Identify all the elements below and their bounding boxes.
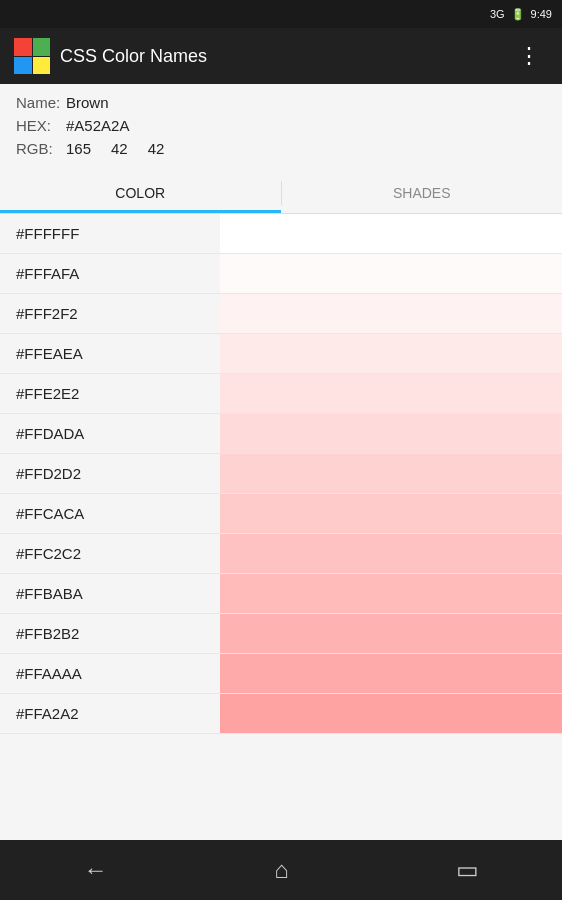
name-label: Name:: [16, 94, 66, 111]
rgb-b: 42: [148, 140, 165, 157]
rgb-values: 165 42 42: [66, 140, 164, 157]
rgb-r: 165: [66, 140, 91, 157]
color-swatch: [220, 254, 562, 293]
battery-icon: 🔋: [511, 8, 525, 21]
color-list: #FFFFFF#FFFAFA#FFF2F2#FFEAEA#FFE2E2#FFDA…: [0, 214, 562, 840]
name-value: Brown: [66, 94, 109, 111]
hex-label: HEX:: [16, 117, 66, 134]
color-swatch: [220, 614, 562, 653]
clock: 9:49: [531, 8, 552, 20]
color-hex-label: #FFF2F2: [0, 294, 220, 333]
color-swatch: [220, 214, 562, 253]
color-row[interactable]: #FFD2D2: [0, 454, 562, 494]
color-row[interactable]: #FFC2C2: [0, 534, 562, 574]
color-swatch: [220, 534, 562, 573]
tab-color[interactable]: COLOR: [0, 173, 281, 213]
overflow-menu-icon[interactable]: ⋮: [510, 35, 548, 77]
rgb-g: 42: [111, 140, 128, 157]
status-bar: 3G 🔋 9:49: [0, 0, 562, 28]
color-row[interactable]: #FFB2B2: [0, 614, 562, 654]
color-hex-label: #FFFAFA: [0, 254, 220, 293]
color-swatch: [220, 334, 562, 373]
color-swatch: [220, 574, 562, 613]
color-swatch: [220, 414, 562, 453]
recents-button[interactable]: ▭: [436, 846, 499, 894]
color-row[interactable]: #FFDADA: [0, 414, 562, 454]
color-row[interactable]: #FFCACA: [0, 494, 562, 534]
color-row[interactable]: #FFEAEA: [0, 334, 562, 374]
color-hex-label: #FFB2B2: [0, 614, 220, 653]
tab-shades-label: SHADES: [393, 185, 451, 201]
app-bar: CSS Color Names ⋮: [0, 28, 562, 84]
app-logo: [14, 38, 50, 74]
tab-shades[interactable]: SHADES: [282, 173, 563, 213]
rgb-label: RGB:: [16, 140, 66, 157]
color-row[interactable]: #FFAAAA: [0, 654, 562, 694]
color-row[interactable]: #FFBABA: [0, 574, 562, 614]
color-row[interactable]: #FFFAFA: [0, 254, 562, 294]
rgb-row: RGB: 165 42 42: [16, 140, 546, 157]
hex-row: HEX: #A52A2A: [16, 117, 546, 134]
signal-indicator: 3G: [490, 8, 505, 20]
back-button[interactable]: ←: [63, 846, 127, 894]
color-swatch: [220, 374, 562, 413]
color-hex-label: #FFEAEA: [0, 334, 220, 373]
tab-bar: COLOR SHADES: [0, 173, 562, 214]
nav-bar: ← ⌂ ▭: [0, 840, 562, 900]
color-swatch: [220, 454, 562, 493]
color-hex-label: #FFDADA: [0, 414, 220, 453]
color-row[interactable]: #FFF2F2: [0, 294, 562, 334]
home-button[interactable]: ⌂: [254, 846, 309, 894]
color-swatch: [220, 654, 562, 693]
color-row[interactable]: #FFA2A2: [0, 694, 562, 734]
hex-value: #A52A2A: [66, 117, 129, 134]
color-info-section: Name: Brown HEX: #A52A2A RGB: 165 42 42: [0, 84, 562, 173]
color-row[interactable]: #FFE2E2: [0, 374, 562, 414]
color-hex-label: #FFCACA: [0, 494, 220, 533]
color-hex-label: #FFD2D2: [0, 454, 220, 493]
color-swatch: [220, 294, 562, 333]
color-swatch: [220, 694, 562, 733]
color-hex-label: #FFA2A2: [0, 694, 220, 733]
color-hex-label: #FFBABA: [0, 574, 220, 613]
tab-color-label: COLOR: [115, 185, 165, 201]
color-swatch: [220, 494, 562, 533]
color-hex-label: #FFFFFF: [0, 214, 220, 253]
color-hex-label: #FFE2E2: [0, 374, 220, 413]
app-title: CSS Color Names: [60, 46, 510, 67]
color-hex-label: #FFAAAA: [0, 654, 220, 693]
color-hex-label: #FFC2C2: [0, 534, 220, 573]
color-row[interactable]: #FFFFFF: [0, 214, 562, 254]
name-row: Name: Brown: [16, 94, 546, 111]
